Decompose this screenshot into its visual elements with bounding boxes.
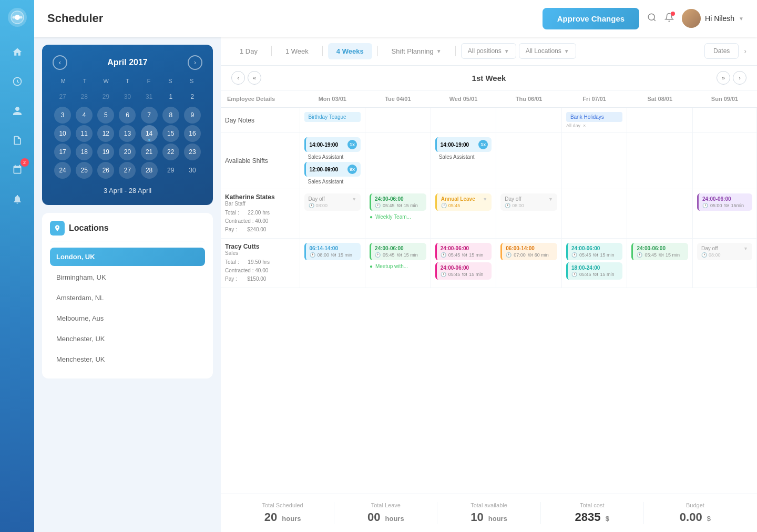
shift-card[interactable]: 18:00-24:00 🕐05:45 🍽15 min <box>566 262 623 280</box>
tracy-fri[interactable]: 24:00-06:00 🕐05:45 🍽15 min 18:00-24:00 <box>561 239 627 288</box>
shift-card[interactable]: 14:00-19:00 1x <box>304 137 361 152</box>
location-item-menchester2[interactable]: Menchester, UK <box>50 350 205 369</box>
cal-day[interactable]: 27 <box>119 162 136 179</box>
cal-day[interactable]: 29 <box>162 162 179 179</box>
day-off-card[interactable]: Day off ▼ 🕐 08:00 <box>697 243 752 260</box>
sidebar-item-calendar[interactable]: 2 <box>8 160 27 179</box>
tracy-tue[interactable]: 24:00-06:00 🕐05:45 🍽15 min ● Meetup with… <box>365 239 431 288</box>
shift-card[interactable]: 24:00-06:00 🕐05:45 🍽15 min <box>370 193 426 211</box>
annual-leave-card[interactable]: Annual Leave ▼ 🕐 05:45 <box>435 193 492 211</box>
cal-day[interactable]: 9 <box>184 107 201 124</box>
sidebar-item-reports[interactable] <box>8 131 27 150</box>
cal-day[interactable]: 16 <box>184 125 201 142</box>
shift-card[interactable]: 06:14-14:00 🕐08:00 🍽15 min <box>304 243 361 260</box>
shift-card[interactable]: 12:00-09:00 9x <box>304 162 361 177</box>
tab-1day[interactable]: 1 Day <box>231 43 266 59</box>
location-item-melbourne[interactable]: Melbourne, Aus <box>50 309 205 328</box>
cal-day[interactable]: 30 <box>184 162 201 179</box>
sidebar-item-activity[interactable] <box>8 72 27 91</box>
tab-4weeks[interactable]: 4 Weeks <box>328 43 372 59</box>
location-item-amsterdam[interactable]: Amsterdam, NL <box>50 289 205 307</box>
katherine-mon[interactable]: Day off ▼ 🕐 08:00 <box>300 189 365 239</box>
shift-card[interactable]: 24:00-06:00 🕐05:45 🍽15 min <box>435 262 492 280</box>
cal-day[interactable]: 17 <box>54 144 71 160</box>
sidebar-item-users[interactable] <box>8 101 27 120</box>
cal-day[interactable]: 7 <box>141 107 158 124</box>
week-prev-fast-btn[interactable]: « <box>248 71 261 85</box>
dates-button[interactable]: Dates <box>704 43 739 59</box>
sidebar-item-alarm[interactable] <box>8 190 27 209</box>
shift-card[interactable]: 24:00-06:00 🕐05:45 🍽15 min <box>435 243 492 260</box>
day-off-card[interactable]: Day off ▼ 🕐 08:00 <box>304 193 361 211</box>
cal-day[interactable]: 30 <box>119 88 136 105</box>
cal-day[interactable]: 8 <box>162 107 179 124</box>
cal-day[interactable]: 27 <box>54 88 71 105</box>
shift-card[interactable]: 24:00-06:00 🕐05:45 🍽15 min <box>370 243 426 260</box>
cal-day[interactable]: 1 <box>162 88 179 105</box>
search-icon[interactable] <box>647 13 657 25</box>
shift-card[interactable]: 24:00-06:00 🕐05:45 🍽15 min <box>566 243 623 260</box>
cal-day[interactable]: 28 <box>141 162 158 179</box>
calendar-prev-btn[interactable]: ‹ <box>53 55 67 70</box>
cal-day[interactable]: 18 <box>76 144 93 160</box>
all-locations-dropdown[interactable]: All Locations ▼ <box>519 43 576 59</box>
cal-day[interactable]: 2 <box>184 88 201 105</box>
shift-card[interactable]: 06:00-14:00 🕐07:00 🍽60 min <box>500 243 557 260</box>
cal-day[interactable]: 10 <box>54 125 71 142</box>
week-next-fast-btn[interactable]: » <box>717 71 730 85</box>
tab-shift-planning[interactable]: Shift Planning ▼ <box>383 43 450 59</box>
cal-day[interactable]: 20 <box>119 144 136 160</box>
cal-day[interactable]: 11 <box>76 125 93 142</box>
approve-changes-button[interactable]: Approve Changes <box>543 8 639 29</box>
cal-day[interactable]: 21 <box>141 144 158 160</box>
cal-day[interactable]: 12 <box>97 125 114 142</box>
cal-day[interactable]: 13 <box>119 125 136 142</box>
location-item-birmingham[interactable]: Birmingham, UK <box>50 268 205 287</box>
katherine-sun[interactable]: 24:00-06:00 🕐05:00 🍽15min <box>693 189 757 239</box>
shift-card[interactable]: 14:00-19:00 1x <box>435 137 492 152</box>
week-prev-btn[interactable]: ‹ <box>231 71 245 85</box>
sidebar-logo[interactable] <box>8 8 27 27</box>
sidebar-item-home[interactable] <box>8 43 27 62</box>
week-next-btn[interactable]: › <box>733 71 746 85</box>
cal-day[interactable]: 31 <box>141 88 158 105</box>
scroll-right-icon[interactable]: › <box>744 47 746 55</box>
tab-1week[interactable]: 1 Week <box>277 43 317 59</box>
cal-day[interactable]: 14 <box>141 125 158 142</box>
calendar-next-btn[interactable]: › <box>188 55 202 70</box>
cal-day[interactable]: 29 <box>97 88 114 105</box>
katherine-wed[interactable]: Annual Leave ▼ 🕐 05:45 <box>431 189 496 239</box>
katherine-thu[interactable]: Day off ▼ 🕐 08:00 <box>496 189 562 239</box>
day-off-card[interactable]: Day off ▼ 🕐 08:00 <box>500 193 557 211</box>
tracy-mon[interactable]: 06:14-14:00 🕐08:00 🍽15 min <box>300 239 365 288</box>
cal-day[interactable]: 5 <box>97 107 114 124</box>
cal-day[interactable]: 15 <box>162 125 179 142</box>
tracy-wed[interactable]: 24:00-06:00 🕐05:45 🍽15 min 24:00-06:00 <box>431 239 496 288</box>
tracy-sat[interactable]: 24:00-06:00 🕐05:45 🍽15 min <box>627 239 693 288</box>
shift-card[interactable]: 24:00-06:00 🕐05:00 🍽15min <box>697 193 752 211</box>
day-notes-fri[interactable]: Bank Holidays All day × <box>561 108 627 133</box>
cal-day[interactable]: 23 <box>184 144 201 160</box>
cal-day[interactable]: 25 <box>76 162 93 179</box>
day-notes-mon[interactable]: Birthday Teague <box>300 108 365 133</box>
katherine-tue[interactable]: 24:00-06:00 🕐05:45 🍽15 min ● Weekly Team… <box>365 189 431 239</box>
avail-shift-wed[interactable]: 14:00-19:00 1x Sales Assistant <box>431 133 496 189</box>
cal-day[interactable]: 24 <box>54 162 71 179</box>
cal-day[interactable]: 28 <box>76 88 93 105</box>
cal-day[interactable]: 22 <box>162 144 179 160</box>
cal-day[interactable]: 4 <box>76 107 93 124</box>
shift-card[interactable]: 24:00-06:00 🕐05:45 🍽15 min <box>631 243 688 260</box>
location-item-london[interactable]: London, UK <box>50 248 205 266</box>
avail-shift-mon[interactable]: 14:00-19:00 1x Sales Assistant 12:00-09:… <box>300 133 365 189</box>
cal-day[interactable]: 26 <box>97 162 114 179</box>
scheduler-panel: 1 Day 1 Week 4 Weeks Shift Planning ▼ Al… <box>221 37 757 532</box>
cal-day[interactable]: 6 <box>119 107 136 124</box>
all-positions-dropdown[interactable]: All positions ▼ <box>461 43 516 59</box>
tracy-sun[interactable]: Day off ▼ 🕐 08:00 <box>693 239 757 288</box>
notification-icon[interactable] <box>664 13 674 25</box>
cal-day[interactable]: 3 <box>54 107 71 124</box>
tracy-thu[interactable]: 06:00-14:00 🕐07:00 🍽60 min <box>496 239 562 288</box>
location-item-menchester1[interactable]: Menchester, UK <box>50 330 205 348</box>
user-info[interactable]: Hi Nilesh ▼ <box>682 9 744 28</box>
cal-day[interactable]: 19 <box>97 144 114 160</box>
